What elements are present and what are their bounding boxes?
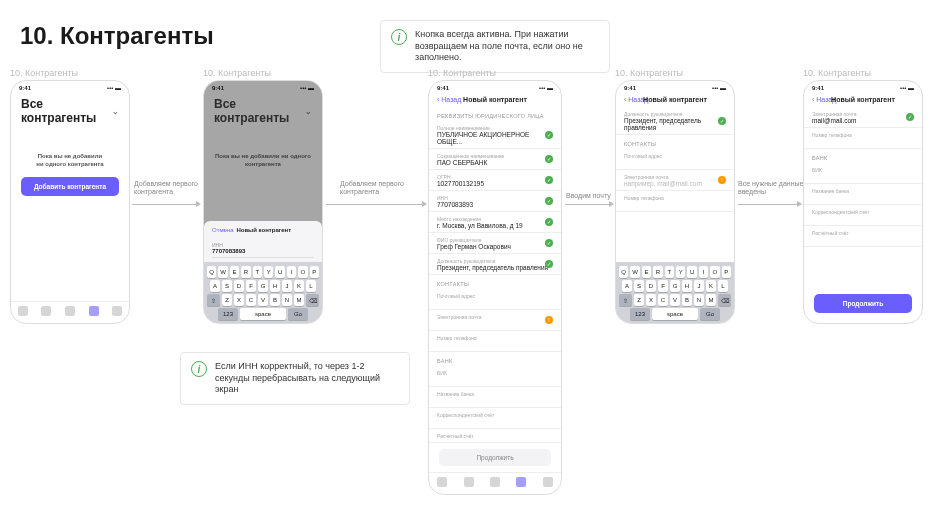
key-y[interactable]: Y: [264, 266, 273, 278]
tab-3[interactable]: [61, 306, 79, 317]
key-p[interactable]: P: [722, 266, 731, 278]
key-h[interactable]: H: [270, 280, 280, 292]
tab-4[interactable]: [512, 477, 530, 488]
key-o[interactable]: O: [298, 266, 307, 278]
backspace-key[interactable]: ⌫: [306, 294, 319, 306]
key-s[interactable]: S: [634, 280, 644, 292]
key-e[interactable]: E: [642, 266, 651, 278]
key-z[interactable]: Z: [634, 294, 644, 306]
key-k[interactable]: K: [706, 280, 716, 292]
form-row[interactable]: Номер телефона: [804, 128, 922, 149]
key-a[interactable]: A: [622, 280, 632, 292]
key-j[interactable]: J: [694, 280, 704, 292]
continue-button[interactable]: Продолжить: [439, 449, 551, 466]
form-row[interactable]: Электронная почта !: [429, 310, 561, 331]
form-row[interactable]: ОГРН1027700132195✓: [429, 170, 561, 191]
space-key[interactable]: space: [652, 308, 698, 320]
key-n[interactable]: N: [694, 294, 704, 306]
key-j[interactable]: J: [282, 280, 292, 292]
modal-overlay[interactable]: Отмена Новый контрагент ИНН 7707083893 Q…: [204, 81, 322, 323]
key-m[interactable]: M: [706, 294, 716, 306]
form-row[interactable]: ФИО руководителяГреф Герман Оскарович✓: [429, 233, 561, 254]
tab-3[interactable]: [486, 477, 504, 488]
key-r[interactable]: R: [653, 266, 662, 278]
inn-field[interactable]: ИНН 7707083893: [212, 239, 314, 258]
backspace-key[interactable]: ⌫: [718, 294, 731, 306]
key-g[interactable]: G: [670, 280, 680, 292]
key-q[interactable]: Q: [619, 266, 628, 278]
form-row[interactable]: БИК: [429, 366, 561, 387]
continue-button[interactable]: Продолжить: [814, 294, 912, 313]
form-row[interactable]: Корреспондентский счёт: [429, 408, 561, 429]
form-row[interactable]: Сокращённое наименованиеПАО СБЕРБАНК✓: [429, 149, 561, 170]
key-y[interactable]: Y: [676, 266, 685, 278]
key-d[interactable]: D: [234, 280, 244, 292]
key-t[interactable]: T: [665, 266, 674, 278]
key-f[interactable]: F: [658, 280, 668, 292]
tab-5[interactable]: [539, 477, 557, 488]
key-r[interactable]: R: [241, 266, 250, 278]
key-c[interactable]: C: [246, 294, 256, 306]
key-h[interactable]: H: [682, 280, 692, 292]
shift-key[interactable]: ⇧: [619, 294, 632, 306]
key-a[interactable]: A: [210, 280, 220, 292]
tab-2[interactable]: [37, 306, 55, 317]
go-key[interactable]: Go: [288, 308, 308, 320]
tab-1[interactable]: [14, 306, 32, 317]
form-row[interactable]: Расчётный счёт: [804, 226, 922, 247]
keyboard[interactable]: QWERTYUIOP ASDFGHJKL ⇧ ZXCVBNM ⌫ 123 spa…: [616, 262, 734, 323]
key-d[interactable]: D: [646, 280, 656, 292]
form-row[interactable]: БИК: [804, 163, 922, 184]
form-row[interactable]: Электронная почтанапример, mail@mail.com…: [616, 170, 734, 191]
key-b[interactable]: B: [270, 294, 280, 306]
key-t[interactable]: T: [253, 266, 262, 278]
space-key[interactable]: space: [240, 308, 286, 320]
key-n[interactable]: N: [282, 294, 292, 306]
shift-key[interactable]: ⇧: [207, 294, 220, 306]
add-counterparty-button[interactable]: Добавить контрагента: [21, 177, 119, 196]
key-q[interactable]: Q: [207, 266, 216, 278]
form-row[interactable]: Название банка: [429, 387, 561, 408]
tab-5[interactable]: [108, 306, 126, 317]
form-row[interactable]: Полное наименованиеПУБЛИЧНОЕ АКЦИОНЕРНОЕ…: [429, 121, 561, 149]
screen1-header[interactable]: Все контрагенты ⌄: [11, 91, 129, 129]
key-v[interactable]: V: [258, 294, 268, 306]
key-x[interactable]: X: [234, 294, 244, 306]
form-row[interactable]: Номер телефона: [429, 331, 561, 352]
form-row[interactable]: Должность руководителяПрезидент, председ…: [429, 254, 561, 275]
key-b[interactable]: B: [682, 294, 692, 306]
key-p[interactable]: P: [310, 266, 319, 278]
form-row[interactable]: Корреспондентский счёт: [804, 205, 922, 226]
key-l[interactable]: L: [306, 280, 316, 292]
form-row[interactable]: Почтовый адрес: [429, 289, 561, 310]
key-s[interactable]: S: [222, 280, 232, 292]
key-w[interactable]: W: [630, 266, 639, 278]
key-f[interactable]: F: [246, 280, 256, 292]
keyboard[interactable]: QWERTYUIOP ASDFGHJKL ⇧ ZXCVBNM ⌫ 123 spa…: [204, 262, 322, 323]
key-x[interactable]: X: [646, 294, 656, 306]
key-g[interactable]: G: [258, 280, 268, 292]
key-u[interactable]: U: [687, 266, 696, 278]
form-row[interactable]: Номер телефона: [616, 191, 734, 212]
key-z[interactable]: Z: [222, 294, 232, 306]
key-k[interactable]: K: [294, 280, 304, 292]
form-row[interactable]: Место нахожденияг. Москва, ул Вавилова, …: [429, 212, 561, 233]
cancel-link[interactable]: Отмена: [212, 227, 234, 233]
form-row[interactable]: Почтовый адрес: [616, 149, 734, 170]
num-key[interactable]: 123: [630, 308, 650, 320]
key-m[interactable]: M: [294, 294, 304, 306]
form-row[interactable]: ИНН7707083893✓: [429, 191, 561, 212]
tab-2[interactable]: [460, 477, 478, 488]
key-w[interactable]: W: [218, 266, 227, 278]
form-row[interactable]: Расчётный счёт: [429, 429, 561, 442]
key-o[interactable]: O: [710, 266, 719, 278]
tab-1[interactable]: [433, 477, 451, 488]
key-v[interactable]: V: [670, 294, 680, 306]
num-key[interactable]: 123: [218, 308, 238, 320]
key-c[interactable]: C: [658, 294, 668, 306]
key-i[interactable]: I: [287, 266, 296, 278]
key-l[interactable]: L: [718, 280, 728, 292]
key-e[interactable]: E: [230, 266, 239, 278]
tab-4[interactable]: [85, 306, 103, 317]
form-row[interactable]: Электронная почтаmail@mail.com✓: [804, 107, 922, 128]
